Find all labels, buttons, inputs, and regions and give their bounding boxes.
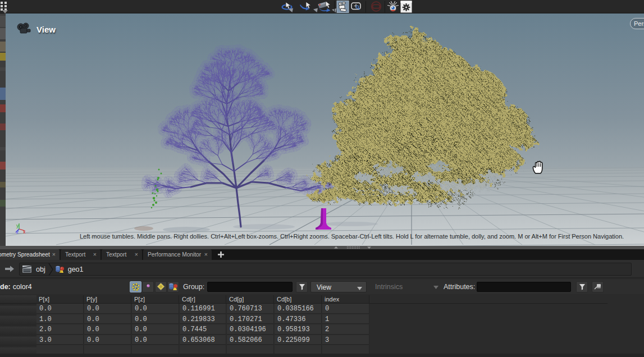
svg-text:z: z — [16, 229, 19, 235]
svg-text:x: x — [23, 229, 26, 235]
svg-text:y: y — [16, 223, 19, 228]
